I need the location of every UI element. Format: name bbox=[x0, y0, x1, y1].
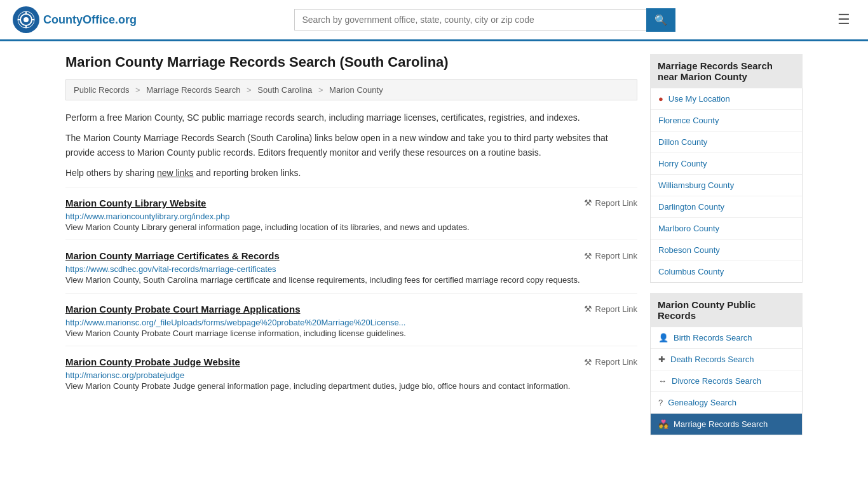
report-icon-3: ⚒ bbox=[584, 304, 592, 314]
result-url-3[interactable]: http://www.marionsc.org/_fileUploads/for… bbox=[65, 318, 405, 327]
rings-icon: 💑 bbox=[658, 419, 668, 429]
sidebar-link-marlboro-county[interactable]: Marlboro County bbox=[658, 224, 719, 233]
description-2: The Marion County Marriage Records Searc… bbox=[65, 131, 637, 159]
description-1: Perform a free Marion County, SC public … bbox=[65, 111, 637, 125]
breadcrumb-public-records[interactable]: Public Records bbox=[74, 85, 129, 95]
svg-point-2 bbox=[24, 17, 29, 22]
report-icon-1: ⚒ bbox=[584, 198, 592, 208]
breadcrumb-marriage-records[interactable]: Marriage Records Search bbox=[146, 85, 240, 95]
breadcrumb-south-carolina[interactable]: South Carolina bbox=[257, 85, 312, 95]
result-desc-2: View Marion County, South Carolina marri… bbox=[65, 274, 637, 287]
description-3: Help others by sharing new links and rep… bbox=[65, 166, 637, 180]
sidebar-item-darlington-county[interactable]: Darlington County bbox=[651, 196, 802, 218]
result-desc-1: View Marion County Library general infor… bbox=[65, 221, 637, 234]
sidebar-link-marriage-records[interactable]: Marriage Records Search bbox=[674, 419, 768, 429]
result-url-1[interactable]: http://www.marioncountylibrary.org/index… bbox=[65, 212, 229, 221]
sidebar-nearby-header: Marriage Records Search near Marion Coun… bbox=[650, 54, 803, 88]
new-links-link[interactable]: new links bbox=[157, 168, 194, 178]
sidebar-nearby-list: ● Use My Location Florence County Dillon… bbox=[650, 88, 803, 283]
result-item-3: Marion County Probate Court Marriage App… bbox=[65, 293, 637, 346]
sidebar-link-columbus-county[interactable]: Columbus County bbox=[658, 267, 724, 276]
result-item-2: Marion County Marriage Certificates & Re… bbox=[65, 240, 637, 293]
page-title: Marion County Marriage Records Search (S… bbox=[65, 54, 637, 71]
result-desc-4: View Marion County Probate Judge general… bbox=[65, 380, 637, 393]
result-title-4[interactable]: Marion County Probate Judge Website bbox=[65, 356, 240, 367]
question-icon: ? bbox=[658, 398, 663, 407]
sidebar-nearby-section: Marriage Records Search near Marion Coun… bbox=[650, 54, 803, 283]
search-button[interactable]: 🔍 bbox=[646, 8, 675, 32]
sidebar-item-genealogy-search[interactable]: ? Genealogy Search bbox=[651, 392, 802, 414]
sidebar-item-florence-county[interactable]: Florence County bbox=[651, 110, 802, 132]
sidebar-item-use-my-location[interactable]: ● Use My Location bbox=[651, 88, 802, 110]
result-header-3: Marion County Probate Court Marriage App… bbox=[65, 304, 637, 315]
menu-button[interactable]: ☰ bbox=[832, 9, 855, 30]
search-icon: 🔍 bbox=[654, 15, 667, 25]
sidebar-public-records-header: Marion County Public Records bbox=[650, 293, 803, 327]
result-item-4: Marion County Probate Judge Website ⚒ Re… bbox=[65, 346, 637, 399]
search-input[interactable] bbox=[294, 9, 646, 30]
sidebar-link-divorce-records[interactable]: Divorce Records Search bbox=[672, 376, 761, 386]
result-title-3[interactable]: Marion County Probate Court Marriage App… bbox=[65, 304, 300, 315]
result-url-2[interactable]: https://www.scdhec.gov/vital-records/mar… bbox=[65, 264, 276, 274]
header: CountyOffice.org 🔍 ☰ bbox=[0, 0, 868, 41]
search-area: 🔍 bbox=[294, 8, 675, 32]
report-link-4[interactable]: ⚒ Report Link bbox=[584, 357, 637, 367]
sidebar-item-marriage-records[interactable]: 💑 Marriage Records Search bbox=[651, 414, 802, 435]
report-link-1[interactable]: ⚒ Report Link bbox=[584, 198, 637, 208]
breadcrumb: Public Records > Marriage Records Search… bbox=[65, 79, 637, 100]
result-header-1: Marion County Library Website ⚒ Report L… bbox=[65, 198, 637, 208]
location-pin-icon: ● bbox=[658, 94, 663, 104]
results-list: Marion County Library Website ⚒ Report L… bbox=[65, 187, 637, 399]
logo-area[interactable]: CountyOffice.org bbox=[13, 6, 137, 33]
logo-text: CountyOffice.org bbox=[43, 13, 137, 27]
report-link-3[interactable]: ⚒ Report Link bbox=[584, 304, 637, 314]
sidebar-link-horry-county[interactable]: Horry County bbox=[658, 159, 707, 168]
sidebar-item-dillon-county[interactable]: Dillon County bbox=[651, 132, 802, 153]
logo-icon bbox=[13, 6, 39, 33]
sidebar-item-columbus-county[interactable]: Columbus County bbox=[651, 261, 802, 282]
sidebar-link-dillon-county[interactable]: Dillon County bbox=[658, 137, 707, 147]
sidebar-link-williamsburg-county[interactable]: Williamsburg County bbox=[658, 180, 734, 190]
hamburger-icon: ☰ bbox=[837, 11, 850, 27]
result-title-2[interactable]: Marion County Marriage Certificates & Re… bbox=[65, 250, 280, 261]
arrows-icon: ↔ bbox=[658, 376, 667, 386]
sidebar-link-birth-records[interactable]: Birth Records Search bbox=[674, 333, 752, 342]
sidebar-item-death-records[interactable]: ✚ Death Records Search bbox=[651, 349, 802, 370]
sidebar-item-robeson-county[interactable]: Robeson County bbox=[651, 240, 802, 261]
sidebar-item-williamsburg-county[interactable]: Williamsburg County bbox=[651, 175, 802, 196]
sidebar-public-records-list: 👤 Birth Records Search ✚ Death Records S… bbox=[650, 327, 803, 435]
cross-icon: ✚ bbox=[658, 355, 665, 364]
sidebar-public-records-section: Marion County Public Records 👤 Birth Rec… bbox=[650, 293, 803, 435]
sidebar-link-use-my-location[interactable]: Use My Location bbox=[668, 94, 730, 104]
sidebar-link-death-records[interactable]: Death Records Search bbox=[670, 355, 754, 364]
main-container: Marion County Marriage Records Search (S… bbox=[53, 41, 815, 458]
sidebar-link-florence-county[interactable]: Florence County bbox=[658, 116, 719, 125]
sidebar-link-darlington-county[interactable]: Darlington County bbox=[658, 202, 724, 212]
sidebar-item-horry-county[interactable]: Horry County bbox=[651, 153, 802, 175]
sidebar-item-birth-records[interactable]: 👤 Birth Records Search bbox=[651, 327, 802, 349]
result-header-4: Marion County Probate Judge Website ⚒ Re… bbox=[65, 356, 637, 367]
sidebar-link-genealogy-search[interactable]: Genealogy Search bbox=[668, 398, 736, 407]
result-title-1[interactable]: Marion County Library Website bbox=[65, 198, 206, 208]
person-icon: 👤 bbox=[658, 333, 668, 342]
sidebar-item-divorce-records[interactable]: ↔ Divorce Records Search bbox=[651, 370, 802, 392]
result-header-2: Marion County Marriage Certificates & Re… bbox=[65, 250, 637, 261]
report-icon-4: ⚒ bbox=[584, 357, 592, 367]
report-link-2[interactable]: ⚒ Report Link bbox=[584, 251, 637, 261]
breadcrumb-marion-county[interactable]: Marion County bbox=[329, 85, 383, 95]
content-area: Marion County Marriage Records Search (S… bbox=[65, 54, 637, 445]
sidebar: Marriage Records Search near Marion Coun… bbox=[650, 54, 803, 445]
result-item-1: Marion County Library Website ⚒ Report L… bbox=[65, 187, 637, 240]
sidebar-item-marlboro-county[interactable]: Marlboro County bbox=[651, 218, 802, 240]
result-url-4[interactable]: http://marionsc.org/probatejudge bbox=[65, 370, 184, 380]
sidebar-link-robeson-county[interactable]: Robeson County bbox=[658, 245, 720, 255]
result-desc-3: View Marion County Probate Court marriag… bbox=[65, 327, 637, 340]
report-icon-2: ⚒ bbox=[584, 251, 592, 261]
